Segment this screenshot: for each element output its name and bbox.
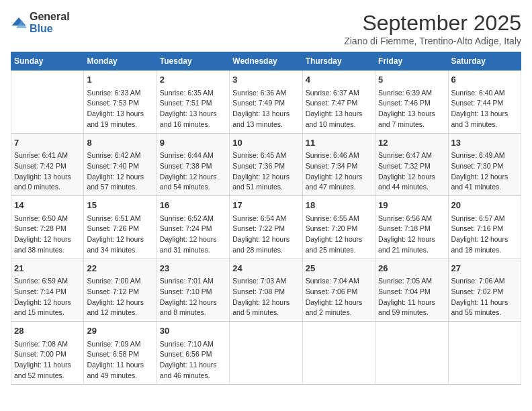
day-info: Sunrise: 7:00 AM Sunset: 7:12 PM Dayligh…	[87, 276, 153, 318]
week-row-2: 7Sunrise: 6:41 AM Sunset: 7:42 PM Daylig…	[11, 133, 521, 196]
day-info: Sunrise: 6:51 AM Sunset: 7:26 PM Dayligh…	[87, 214, 153, 256]
day-info: Sunrise: 6:42 AM Sunset: 7:40 PM Dayligh…	[87, 150, 153, 193]
header-row: SundayMondayTuesdayWednesdayThursdayFrid…	[11, 52, 521, 71]
day-info: Sunrise: 6:50 AM Sunset: 7:28 PM Dayligh…	[14, 214, 81, 256]
day-cell: 28Sunrise: 7:08 AM Sunset: 7:00 PM Dayli…	[11, 322, 84, 385]
day-number: 3	[232, 73, 299, 87]
day-cell	[302, 322, 375, 385]
day-number: 29	[87, 324, 153, 338]
day-number: 12	[378, 136, 445, 150]
day-number: 19	[378, 199, 445, 212]
week-row-3: 14Sunrise: 6:50 AM Sunset: 7:28 PM Dayli…	[11, 196, 521, 259]
day-info: Sunrise: 7:08 AM Sunset: 7:00 PM Dayligh…	[14, 339, 81, 381]
day-cell: 4Sunrise: 6:37 AM Sunset: 7:47 PM Daylig…	[302, 71, 375, 134]
logo: General Blue	[11, 11, 70, 35]
day-cell	[448, 322, 521, 385]
day-number: 25	[306, 262, 372, 275]
day-cell: 23Sunrise: 7:01 AM Sunset: 7:10 PM Dayli…	[157, 259, 229, 322]
day-cell: 7Sunrise: 6:41 AM Sunset: 7:42 PM Daylig…	[11, 133, 84, 196]
day-info: Sunrise: 6:40 AM Sunset: 7:44 PM Dayligh…	[451, 88, 518, 130]
day-info: Sunrise: 7:04 AM Sunset: 7:06 PM Dayligh…	[306, 276, 372, 318]
day-cell: 14Sunrise: 6:50 AM Sunset: 7:28 PM Dayli…	[11, 196, 84, 259]
day-cell: 8Sunrise: 6:42 AM Sunset: 7:40 PM Daylig…	[84, 133, 157, 196]
header-cell-thursday: Thursday	[302, 52, 375, 71]
day-cell: 26Sunrise: 7:05 AM Sunset: 7:04 PM Dayli…	[375, 259, 448, 322]
day-info: Sunrise: 7:09 AM Sunset: 6:58 PM Dayligh…	[87, 339, 153, 381]
day-cell: 22Sunrise: 7:00 AM Sunset: 7:12 PM Dayli…	[84, 259, 157, 322]
day-cell	[230, 322, 302, 385]
day-info: Sunrise: 7:10 AM Sunset: 6:56 PM Dayligh…	[160, 339, 226, 381]
header-cell-friday: Friday	[375, 52, 448, 71]
day-number: 10	[232, 136, 299, 150]
day-number: 27	[451, 262, 518, 275]
day-number: 26	[378, 262, 445, 275]
day-cell: 16Sunrise: 6:52 AM Sunset: 7:24 PM Dayli…	[157, 196, 229, 259]
header-cell-saturday: Saturday	[448, 52, 521, 71]
day-number: 5	[378, 73, 445, 87]
day-info: Sunrise: 6:52 AM Sunset: 7:24 PM Dayligh…	[160, 214, 226, 256]
day-info: Sunrise: 6:39 AM Sunset: 7:46 PM Dayligh…	[378, 88, 445, 130]
day-number: 11	[306, 136, 372, 150]
day-info: Sunrise: 6:57 AM Sunset: 7:16 PM Dayligh…	[451, 214, 518, 256]
day-info: Sunrise: 7:03 AM Sunset: 7:08 PM Dayligh…	[232, 276, 299, 318]
day-info: Sunrise: 6:41 AM Sunset: 7:42 PM Dayligh…	[14, 150, 81, 193]
day-number: 15	[87, 199, 153, 212]
day-info: Sunrise: 6:49 AM Sunset: 7:30 PM Dayligh…	[451, 150, 518, 193]
day-cell: 12Sunrise: 6:47 AM Sunset: 7:32 PM Dayli…	[375, 133, 448, 196]
day-number: 22	[87, 262, 153, 275]
day-cell	[375, 322, 448, 385]
day-cell: 6Sunrise: 6:40 AM Sunset: 7:44 PM Daylig…	[448, 71, 521, 134]
day-number: 23	[160, 262, 226, 275]
day-number: 2	[160, 73, 226, 87]
day-info: Sunrise: 6:56 AM Sunset: 7:18 PM Dayligh…	[378, 214, 445, 256]
calendar-table: SundayMondayTuesdayWednesdayThursdayFrid…	[11, 52, 521, 385]
day-info: Sunrise: 6:44 AM Sunset: 7:38 PM Dayligh…	[160, 150, 226, 193]
day-number: 20	[451, 199, 518, 212]
day-cell: 18Sunrise: 6:55 AM Sunset: 7:20 PM Dayli…	[302, 196, 375, 259]
day-info: Sunrise: 6:36 AM Sunset: 7:49 PM Dayligh…	[232, 88, 299, 130]
day-cell: 15Sunrise: 6:51 AM Sunset: 7:26 PM Dayli…	[84, 196, 157, 259]
day-number: 13	[451, 136, 518, 150]
day-number: 24	[232, 262, 299, 275]
day-cell: 2Sunrise: 6:35 AM Sunset: 7:51 PM Daylig…	[157, 71, 229, 134]
day-info: Sunrise: 6:33 AM Sunset: 7:53 PM Dayligh…	[87, 88, 153, 130]
logo-blue: Blue	[30, 23, 53, 34]
day-number: 1	[87, 73, 153, 87]
day-info: Sunrise: 6:37 AM Sunset: 7:47 PM Dayligh…	[306, 88, 372, 130]
day-cell: 24Sunrise: 7:03 AM Sunset: 7:08 PM Dayli…	[230, 259, 302, 322]
day-info: Sunrise: 6:35 AM Sunset: 7:51 PM Dayligh…	[160, 88, 226, 130]
day-info: Sunrise: 6:46 AM Sunset: 7:34 PM Dayligh…	[306, 150, 372, 193]
header-cell-monday: Monday	[84, 52, 157, 71]
day-cell: 5Sunrise: 6:39 AM Sunset: 7:46 PM Daylig…	[375, 71, 448, 134]
day-cell: 21Sunrise: 6:59 AM Sunset: 7:14 PM Dayli…	[11, 259, 84, 322]
day-number: 6	[451, 73, 518, 87]
day-info: Sunrise: 6:45 AM Sunset: 7:36 PM Dayligh…	[232, 150, 299, 193]
day-info: Sunrise: 6:55 AM Sunset: 7:20 PM Dayligh…	[306, 214, 372, 256]
header-cell-wednesday: Wednesday	[230, 52, 302, 71]
day-cell: 10Sunrise: 6:45 AM Sunset: 7:36 PM Dayli…	[230, 133, 302, 196]
day-info: Sunrise: 7:05 AM Sunset: 7:04 PM Dayligh…	[378, 276, 445, 318]
day-number: 21	[14, 262, 81, 275]
day-number: 9	[160, 136, 226, 150]
day-cell: 1Sunrise: 6:33 AM Sunset: 7:53 PM Daylig…	[84, 71, 157, 134]
header-cell-tuesday: Tuesday	[157, 52, 229, 71]
day-number: 7	[14, 136, 81, 150]
header-cell-sunday: Sunday	[11, 52, 84, 71]
day-cell: 30Sunrise: 7:10 AM Sunset: 6:56 PM Dayli…	[157, 322, 229, 385]
day-cell: 27Sunrise: 7:06 AM Sunset: 7:02 PM Dayli…	[448, 259, 521, 322]
day-cell	[11, 71, 84, 134]
week-row-1: 1Sunrise: 6:33 AM Sunset: 7:53 PM Daylig…	[11, 71, 521, 134]
logo-icon	[11, 15, 27, 31]
day-cell: 9Sunrise: 6:44 AM Sunset: 7:38 PM Daylig…	[157, 133, 229, 196]
day-number: 16	[160, 199, 226, 212]
day-cell: 19Sunrise: 6:56 AM Sunset: 7:18 PM Dayli…	[375, 196, 448, 259]
day-cell: 11Sunrise: 6:46 AM Sunset: 7:34 PM Dayli…	[302, 133, 375, 196]
day-number: 28	[14, 324, 81, 338]
day-number: 18	[306, 199, 372, 212]
logo-general: General	[30, 11, 70, 22]
header: General Blue September 2025 Ziano di Fie…	[11, 11, 521, 46]
day-info: Sunrise: 6:54 AM Sunset: 7:22 PM Dayligh…	[232, 214, 299, 256]
title-area: September 2025 Ziano di Fiemme, Trentino…	[344, 11, 521, 46]
day-info: Sunrise: 7:01 AM Sunset: 7:10 PM Dayligh…	[160, 276, 226, 318]
day-info: Sunrise: 7:06 AM Sunset: 7:02 PM Dayligh…	[451, 276, 518, 318]
